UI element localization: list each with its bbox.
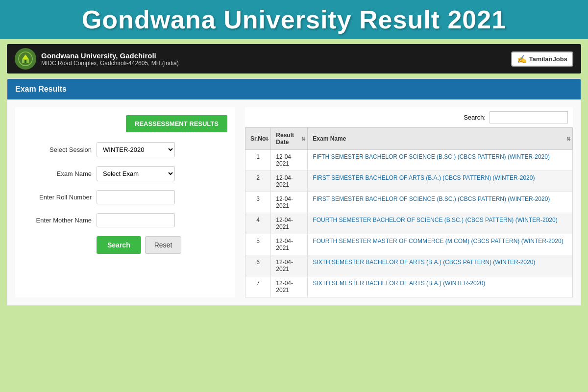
exam-row: Exam Name Select Exam bbox=[23, 166, 227, 181]
table-row: 412-04-2021FOURTH SEMESTER BACHELOR OF S… bbox=[245, 213, 572, 234]
university-logo-icon bbox=[15, 48, 36, 70]
table-row: 512-04-2021FOURTH SEMESTER MASTER OF COM… bbox=[245, 234, 572, 255]
tamilan-label: TamilanJobs bbox=[529, 55, 567, 63]
session-row: Select Session WINTER-2020 SUMMER-2020 W… bbox=[23, 142, 227, 157]
table-search-row: Search: bbox=[245, 107, 573, 127]
table-row: 212-04-2021FIRST SEMESTER BACHELOR OF AR… bbox=[245, 171, 572, 192]
roll-input[interactable] bbox=[97, 190, 175, 204]
cell-date: 12-04-2021 bbox=[271, 255, 308, 276]
results-table: Sr.No ⇅ Result Date ⇅ Exam Name ⇅ bbox=[245, 127, 573, 297]
mother-label: Enter Mother Name bbox=[23, 217, 92, 224]
cell-date: 12-04-2021 bbox=[271, 213, 308, 234]
cell-srno: 2 bbox=[245, 171, 270, 192]
cell-examname[interactable]: FIRST SEMESTER BACHELOR OF SCIENCE (B.SC… bbox=[308, 192, 573, 213]
table-search-label: Search: bbox=[464, 114, 486, 121]
cell-srno: 7 bbox=[245, 276, 270, 297]
mother-input[interactable] bbox=[97, 213, 175, 227]
section-header: Exam Results bbox=[7, 79, 581, 99]
table-panel: Search: Sr.No ⇅ Result Date ⇅ bbox=[245, 107, 573, 297]
table-row: 312-04-2021FIRST SEMESTER BACHELOR OF SC… bbox=[245, 192, 572, 213]
reassessment-button[interactable]: REASSESSMENT RESULTS bbox=[126, 115, 227, 132]
cell-date: 12-04-2021 bbox=[271, 171, 308, 192]
table-row: 712-04-2021SIXTH SEMESTER BACHELOR OF AR… bbox=[245, 276, 572, 297]
exam-select[interactable]: Select Exam bbox=[97, 166, 175, 181]
search-button[interactable]: Search bbox=[97, 236, 141, 254]
university-name: Gondwana University, Gadchiroli bbox=[41, 51, 179, 60]
cell-date: 12-04-2021 bbox=[271, 192, 308, 213]
cell-examname[interactable]: SIXTH SEMESTER BACHELOR OF ARTS (B.A.) (… bbox=[308, 255, 573, 276]
sort-name-icon: ⇅ bbox=[566, 136, 570, 142]
top-area: REASSESSMENT RESULTS bbox=[23, 115, 227, 137]
cell-date: 12-04-2021 bbox=[271, 150, 308, 171]
section-title: Exam Results bbox=[15, 85, 67, 93]
col-examname: Exam Name ⇅ bbox=[308, 128, 573, 150]
sort-date-icon: ⇅ bbox=[301, 136, 305, 142]
cell-examname[interactable]: SIXTH SEMESTER BACHELOR OF ARTS (B.A.) (… bbox=[308, 276, 573, 297]
cell-srno: 4 bbox=[245, 213, 270, 234]
col-date: Result Date ⇅ bbox=[271, 128, 308, 150]
cell-date: 12-04-2021 bbox=[271, 276, 308, 297]
tamilan-jobs-logo: ✍ TamilanJobs bbox=[511, 51, 573, 67]
tamilan-icon: ✍ bbox=[517, 54, 527, 64]
cell-srno: 1 bbox=[245, 150, 270, 171]
cell-examname[interactable]: FIFTH SEMESTER BACHELOR OF SCIENCE (B.SC… bbox=[308, 150, 573, 171]
roll-row: Enter Roll Number bbox=[23, 190, 227, 204]
button-row: Search Reset bbox=[97, 236, 227, 254]
cell-date: 12-04-2021 bbox=[271, 234, 308, 255]
form-panel: REASSESSMENT RESULTS Select Session WINT… bbox=[15, 107, 235, 297]
cell-srno: 3 bbox=[245, 192, 270, 213]
table-search-input[interactable] bbox=[490, 111, 568, 123]
reset-button[interactable]: Reset bbox=[145, 236, 182, 254]
table-row: 612-04-2021SIXTH SEMESTER BACHELOR OF AR… bbox=[245, 255, 572, 276]
page-title: Gondwana University Result 2021 bbox=[10, 5, 578, 34]
university-text: Gondwana University, Gadchiroli MIDC Roa… bbox=[41, 51, 179, 67]
cell-examname[interactable]: FOURTH SEMESTER MASTER OF COMMERCE (M.CO… bbox=[308, 234, 573, 255]
svg-rect-3 bbox=[24, 60, 26, 63]
cell-examname[interactable]: FIRST SEMESTER BACHELOR OF ARTS (B.A.) (… bbox=[308, 171, 573, 192]
university-address: MIDC Road Complex, Gadchiroli-442605, MH… bbox=[41, 60, 179, 67]
cell-examname[interactable]: FOURTH SEMESTER BACHELOR OF SCIENCE (B.S… bbox=[308, 213, 573, 234]
cell-srno: 5 bbox=[245, 234, 270, 255]
university-bar: Gondwana University, Gadchiroli MIDC Roa… bbox=[7, 44, 581, 74]
cell-srno: 6 bbox=[245, 255, 270, 276]
table-row: 112-04-2021FIFTH SEMESTER BACHELOR OF SC… bbox=[245, 150, 572, 171]
content-body: REASSESSMENT RESULTS Select Session WINT… bbox=[7, 99, 581, 305]
session-label: Select Session bbox=[23, 146, 92, 153]
university-info: Gondwana University, Gadchiroli MIDC Roa… bbox=[15, 48, 179, 70]
sort-srno-icon: ⇅ bbox=[265, 136, 269, 142]
mother-row: Enter Mother Name bbox=[23, 213, 227, 227]
session-select[interactable]: WINTER-2020 SUMMER-2020 WINTER-2019 bbox=[97, 142, 175, 157]
main-content: Exam Results REASSESSMENT RESULTS Select… bbox=[7, 78, 581, 306]
table-header-row: Sr.No ⇅ Result Date ⇅ Exam Name ⇅ bbox=[245, 128, 572, 150]
table-body: 112-04-2021FIFTH SEMESTER BACHELOR OF SC… bbox=[245, 150, 572, 297]
col-srno: Sr.No ⇅ bbox=[245, 128, 270, 150]
page-header: Gondwana University Result 2021 bbox=[0, 0, 588, 39]
roll-label: Enter Roll Number bbox=[23, 194, 92, 201]
exam-label: Exam Name bbox=[23, 170, 92, 177]
